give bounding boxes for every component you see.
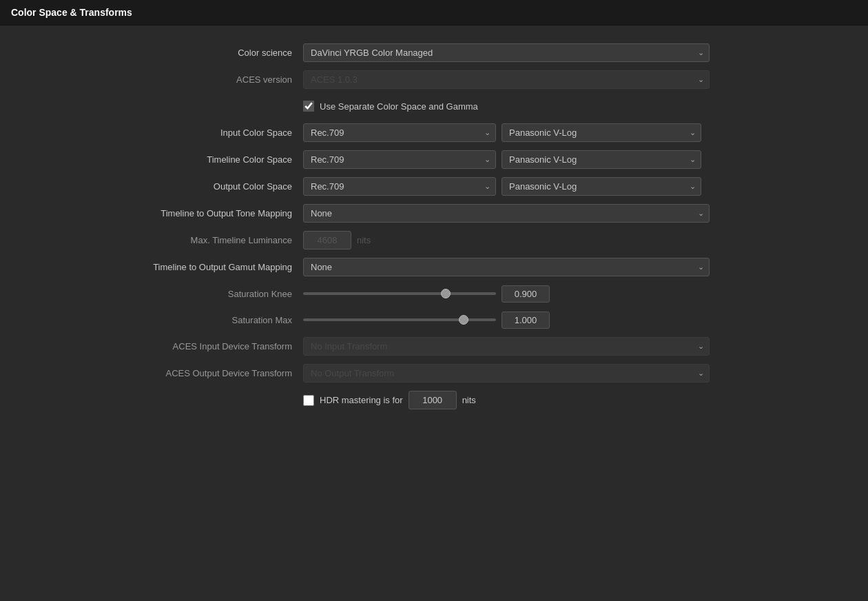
timeline-color-space-row: Timeline Color Space Rec.709 Rec.2020 ⌄ … bbox=[0, 146, 868, 173]
tone-mapping-select[interactable]: None Luminance Mapping Clip bbox=[303, 204, 710, 223]
aces-version-controls: ACES 1.0.3 ⌄ bbox=[303, 70, 854, 89]
aces-version-row: ACES version ACES 1.0.3 ⌄ bbox=[0, 66, 868, 93]
saturation-knee-row: Saturation Knee bbox=[0, 281, 868, 307]
hdr-mastering-controls: HDR mastering is for nits bbox=[303, 391, 854, 409]
hdr-mastering-unit: nits bbox=[462, 395, 476, 405]
use-separate-label: Use Separate Color Space and Gamma bbox=[320, 101, 478, 112]
color-science-select-wrapper: DaVinci YRGB Color Managed DaVinci YRGB … bbox=[303, 43, 710, 62]
aces-output-label: ACES Output Device Transform bbox=[14, 368, 303, 378]
gamut-mapping-row: Timeline to Output Gamut Mapping None ⌄ bbox=[0, 254, 868, 281]
hdr-mastering-label: HDR mastering is for bbox=[320, 395, 403, 405]
panel: Color Space & Transforms Color science D… bbox=[0, 0, 868, 427]
max-luminance-controls: nits bbox=[303, 231, 854, 249]
saturation-max-label: Saturation Max bbox=[14, 315, 303, 325]
color-science-label: Color science bbox=[14, 48, 303, 58]
input-color-space-select1[interactable]: Rec.709 Rec.2020 P3-D65 bbox=[303, 123, 496, 142]
aces-input-row: ACES Input Device Transform No Input Tra… bbox=[0, 333, 868, 360]
output-color-space-select-wrapper1: Rec.709 Rec.2020 ⌄ bbox=[303, 177, 496, 196]
input-color-space-select2[interactable]: Panasonic V-Log Gamma 2.4 bbox=[502, 123, 701, 142]
gamut-mapping-select-wrapper: None ⌄ bbox=[303, 258, 710, 276]
panel-body: Color science DaVinci YRGB Color Managed… bbox=[0, 26, 868, 427]
aces-input-controls: No Input Transform ⌄ bbox=[303, 337, 854, 356]
hdr-mastering-row: HDR mastering is for nits bbox=[0, 387, 868, 414]
saturation-max-row: Saturation Max bbox=[0, 307, 868, 333]
timeline-color-space-select-wrapper1: Rec.709 Rec.2020 ⌄ bbox=[303, 150, 496, 169]
max-luminance-unit: nits bbox=[357, 235, 371, 245]
aces-version-select-wrapper: ACES 1.0.3 ⌄ bbox=[303, 70, 710, 89]
output-color-space-select2[interactable]: Panasonic V-Log Gamma 2.4 bbox=[502, 177, 701, 196]
output-color-space-row: Output Color Space Rec.709 Rec.2020 ⌄ Pa… bbox=[0, 173, 868, 200]
aces-output-select-wrapper: No Output Transform ⌄ bbox=[303, 364, 710, 383]
saturation-max-slider[interactable] bbox=[303, 318, 496, 321]
input-color-space-row: Input Color Space Rec.709 Rec.2020 P3-D6… bbox=[0, 119, 868, 146]
use-separate-checkbox[interactable] bbox=[303, 101, 314, 112]
output-color-space-select1[interactable]: Rec.709 Rec.2020 bbox=[303, 177, 496, 196]
output-color-space-label: Output Color Space bbox=[14, 181, 303, 192]
color-science-controls: DaVinci YRGB Color Managed DaVinci YRGB … bbox=[303, 43, 854, 62]
max-luminance-input[interactable] bbox=[303, 231, 351, 249]
timeline-color-space-select2[interactable]: Panasonic V-Log Gamma 2.4 bbox=[502, 150, 701, 169]
tone-mapping-select-wrapper: None Luminance Mapping Clip ⌄ bbox=[303, 204, 710, 223]
aces-input-label: ACES Input Device Transform bbox=[14, 341, 303, 352]
use-separate-row: Use Separate Color Space and Gamma bbox=[0, 93, 868, 119]
saturation-max-value[interactable] bbox=[502, 312, 550, 329]
tone-mapping-controls: None Luminance Mapping Clip ⌄ bbox=[303, 204, 854, 223]
gamut-mapping-controls: None ⌄ bbox=[303, 258, 854, 276]
aces-output-select[interactable]: No Output Transform bbox=[303, 364, 710, 383]
input-color-space-controls: Rec.709 Rec.2020 P3-D65 ⌄ Panasonic V-Lo… bbox=[303, 123, 854, 142]
saturation-knee-controls bbox=[303, 285, 854, 303]
input-color-space-select-wrapper2: Panasonic V-Log Gamma 2.4 ⌄ bbox=[502, 123, 701, 142]
aces-output-row: ACES Output Device Transform No Output T… bbox=[0, 360, 868, 387]
max-luminance-row: Max. Timeline Luminance nits bbox=[0, 227, 868, 254]
color-science-row: Color science DaVinci YRGB Color Managed… bbox=[0, 39, 868, 66]
saturation-knee-value[interactable] bbox=[502, 285, 550, 303]
saturation-max-controls bbox=[303, 312, 854, 329]
hdr-mastering-checkbox[interactable] bbox=[303, 395, 314, 406]
max-luminance-label: Max. Timeline Luminance bbox=[14, 235, 303, 245]
timeline-color-space-select1[interactable]: Rec.709 Rec.2020 bbox=[303, 150, 496, 169]
input-color-space-select-wrapper1: Rec.709 Rec.2020 P3-D65 ⌄ bbox=[303, 123, 496, 142]
timeline-color-space-label: Timeline Color Space bbox=[14, 154, 303, 165]
tone-mapping-label: Timeline to Output Tone Mapping bbox=[14, 208, 303, 218]
use-separate-controls: Use Separate Color Space and Gamma bbox=[303, 101, 854, 112]
aces-input-select-wrapper: No Input Transform ⌄ bbox=[303, 337, 710, 356]
aces-input-select[interactable]: No Input Transform bbox=[303, 337, 710, 356]
use-separate-checkbox-row: Use Separate Color Space and Gamma bbox=[303, 101, 478, 112]
color-science-select[interactable]: DaVinci YRGB Color Managed DaVinci YRGB … bbox=[303, 43, 710, 62]
panel-title: Color Space & Transforms bbox=[0, 0, 868, 26]
input-color-space-label: Input Color Space bbox=[14, 128, 303, 138]
gamut-mapping-select[interactable]: None bbox=[303, 258, 710, 276]
saturation-knee-slider[interactable] bbox=[303, 292, 496, 295]
hdr-mastering-input[interactable] bbox=[409, 391, 457, 409]
output-color-space-select-wrapper2: Panasonic V-Log Gamma 2.4 ⌄ bbox=[502, 177, 701, 196]
aces-output-controls: No Output Transform ⌄ bbox=[303, 364, 854, 383]
aces-version-select[interactable]: ACES 1.0.3 bbox=[303, 70, 710, 89]
tone-mapping-row: Timeline to Output Tone Mapping None Lum… bbox=[0, 200, 868, 227]
timeline-color-space-controls: Rec.709 Rec.2020 ⌄ Panasonic V-Log Gamma… bbox=[303, 150, 854, 169]
gamut-mapping-label: Timeline to Output Gamut Mapping bbox=[14, 262, 303, 272]
aces-version-label: ACES version bbox=[14, 74, 303, 85]
output-color-space-controls: Rec.709 Rec.2020 ⌄ Panasonic V-Log Gamma… bbox=[303, 177, 854, 196]
saturation-knee-label: Saturation Knee bbox=[14, 289, 303, 299]
timeline-color-space-select-wrapper2: Panasonic V-Log Gamma 2.4 ⌄ bbox=[502, 150, 701, 169]
